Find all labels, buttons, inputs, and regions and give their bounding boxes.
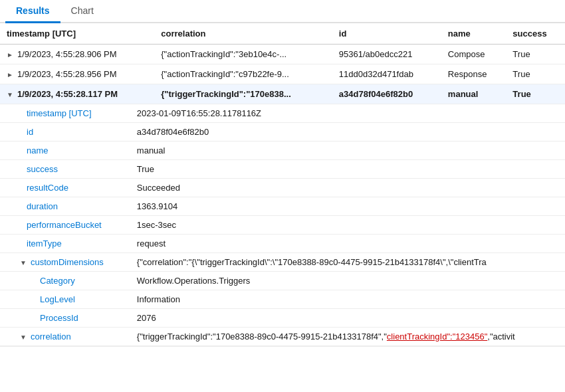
- detail-field-name: name manual: [0, 142, 565, 160]
- detail-field-duration: duration 1363.9104: [0, 197, 565, 216]
- cell-timestamp: ►1/9/2023, 4:55:28.956 PM: [0, 64, 154, 84]
- tab-bar: Results Chart: [0, 0, 565, 23]
- table-header-row: timestamp [UTC] correlation id name succ…: [0, 23, 565, 45]
- detail-field-itemtype: itemType request: [0, 235, 565, 253]
- subfield-key-loglevel: LogLevel: [0, 290, 110, 309]
- cell-correlation: {"actionTrackingId":"c97b22fe-9...: [154, 64, 332, 84]
- detail-field-success: success True: [0, 160, 565, 179]
- detail-field-performancebucket: performanceBucket 1sec-3sec: [0, 216, 565, 235]
- subfield-value-processid: 2076: [110, 309, 565, 328]
- cell-timestamp: ►1/9/2023, 4:55:28.906 PM: [0, 45, 154, 64]
- cell-id: 95361/ab0edcc221: [332, 45, 441, 64]
- correlation-highlight: clientTrackingId":"123456": [387, 332, 487, 342]
- results-table: timestamp [UTC] correlation id name succ…: [0, 23, 565, 347]
- expand-chevron[interactable]: ▼: [7, 91, 16, 98]
- cell-id: 11dd0d32d471fdab: [332, 64, 441, 84]
- cell-success: True: [506, 84, 565, 104]
- detail-value-id: a34d78f04e6f82b0: [110, 123, 565, 142]
- detail-key-customdimensions: ▼customDimensions: [0, 253, 110, 272]
- subfield-value-category: Workflow.Operations.Triggers: [110, 272, 565, 290]
- detail-field-customdimensions-header: ▼customDimensions {"correlation":"{\"tri…: [0, 253, 565, 272]
- col-header-name: name: [441, 23, 507, 45]
- tab-chart[interactable]: Chart: [60, 0, 104, 23]
- cell-name: Compose: [441, 45, 507, 64]
- detail-key-duration: duration: [0, 197, 110, 216]
- customdimensions-subfield-category: Category Workflow.Operations.Triggers: [0, 272, 565, 290]
- cell-name: Response: [441, 64, 507, 84]
- tabs-container: Results Chart: [0, 0, 565, 23]
- cell-success: True: [506, 45, 565, 64]
- detail-key-success: success: [0, 160, 110, 179]
- results-table-container: timestamp [UTC] correlation id name succ…: [0, 23, 565, 347]
- subfield-key-category: Category: [0, 272, 110, 290]
- subfield-key-processid: ProcessId: [0, 309, 110, 328]
- detail-row-timestamp: timestamp [UTC] 2023-01-09T16:55:28.1178…: [0, 104, 565, 347]
- cell-success: True: [506, 64, 565, 84]
- detail-field-id: id a34d78f04e6f82b0: [0, 123, 565, 142]
- detail-value-success: True: [110, 160, 565, 179]
- subfield-value-loglevel: Information: [110, 290, 565, 309]
- detail-key-resultcode: resultCode: [0, 179, 110, 197]
- detail-value-performancebucket: 1sec-3sec: [110, 216, 565, 235]
- cell-correlation: {"actionTrackingId":"3eb10e4c-...: [154, 45, 332, 64]
- detail-key-timestamp: timestamp [UTC]: [0, 104, 110, 123]
- table-row-expanded: ▼1/9/2023, 4:55:28.117 PM {"triggerTrack…: [0, 84, 565, 104]
- cell-id: a34d78f04e6f82b0: [332, 84, 441, 104]
- cell-name: manual: [441, 84, 507, 104]
- customdimensions-subfield-loglevel: LogLevel Information: [0, 290, 565, 309]
- detail-key-id: id: [0, 123, 110, 142]
- detail-value-customdimensions-preview: {"correlation":"{\"triggerTrackingId\":\…: [110, 253, 565, 272]
- customdimensions-subfield-processid: ProcessId 2076: [0, 309, 565, 328]
- detail-value-resultcode: Succeeded: [110, 179, 565, 197]
- detail-key-performancebucket: performanceBucket: [0, 216, 110, 235]
- detail-key-name: name: [0, 142, 110, 160]
- cell-correlation: {"triggerTrackingId":"170e838...: [154, 84, 332, 104]
- col-header-correlation: correlation: [154, 23, 332, 45]
- correlation-expand-chevron[interactable]: ▼: [20, 334, 29, 341]
- detail-table: timestamp [UTC] 2023-01-09T16:55:28.1178…: [0, 104, 565, 346]
- expand-chevron[interactable]: ►: [7, 71, 16, 78]
- cell-timestamp: ▼1/9/2023, 4:55:28.117 PM: [0, 84, 154, 104]
- detail-value-timestamp: 2023-01-09T16:55:28.1178116Z: [110, 104, 565, 123]
- detail-key-correlation: ▼correlation: [0, 328, 110, 346]
- detail-value-itemtype: request: [110, 235, 565, 253]
- detail-field-correlation-header: ▼correlation {"triggerTrackingId":"170e8…: [0, 328, 565, 346]
- detail-value-duration: 1363.9104: [110, 197, 565, 216]
- detail-value-name: manual: [110, 142, 565, 160]
- table-row: ►1/9/2023, 4:55:28.906 PM {"actionTracki…: [0, 45, 565, 64]
- col-header-id: id: [332, 23, 441, 45]
- customdimensions-expand-chevron[interactable]: ▼: [20, 259, 29, 266]
- detail-field-resultcode: resultCode Succeeded: [0, 179, 565, 197]
- detail-key-itemtype: itemType: [0, 235, 110, 253]
- expand-chevron[interactable]: ►: [7, 51, 16, 58]
- col-header-timestamp: timestamp [UTC]: [0, 23, 154, 45]
- tab-results[interactable]: Results: [5, 0, 60, 23]
- detail-field-timestamp: timestamp [UTC] 2023-01-09T16:55:28.1178…: [0, 104, 565, 123]
- table-row: ►1/9/2023, 4:55:28.956 PM {"actionTracki…: [0, 64, 565, 84]
- detail-value-correlation-preview: {"triggerTrackingId":"170e8388-89c0-4475…: [110, 328, 565, 346]
- col-header-success: success: [506, 23, 565, 45]
